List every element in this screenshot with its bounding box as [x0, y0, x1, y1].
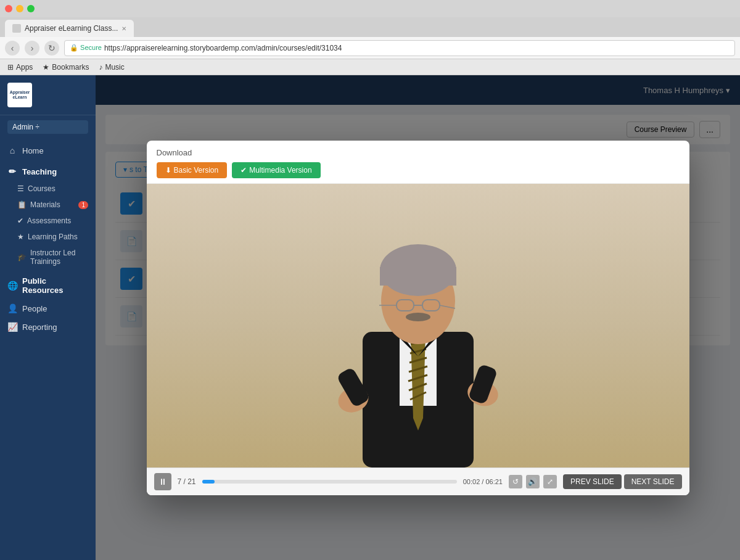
sidebar-item-learning-paths[interactable]: ★ Learning Paths	[0, 229, 96, 245]
tab-bar: Appraiser eLearning Class... ✕	[0, 17, 740, 37]
modal-title: Download	[157, 148, 680, 157]
modal-header: Download ⬇ Basic Version ✔ Multimedia Ve…	[147, 141, 689, 184]
address-bar: ‹ › ↻ 🔒 Secure https://appraiserelearnin…	[0, 37, 740, 59]
sidebar-item-teaching[interactable]: ✏ Teaching	[0, 162, 96, 181]
sidebar-item-assessments-label: Assessments	[27, 216, 71, 225]
time-total: 06:21	[485, 478, 503, 485]
sidebar-item-people-label: People	[22, 304, 47, 313]
sidebar-item-learning-paths-label: Learning Paths	[28, 233, 78, 241]
sidebar-item-home-label: Home	[22, 146, 44, 155]
logo-icon: AppraisereLearn	[7, 83, 32, 107]
sidebar: AppraisereLearn Admin ÷ ⌂ Home ✏ Teachin…	[0, 75, 96, 560]
main-content: Thomas H Humphreys ▾ Course Preview ... …	[96, 75, 740, 560]
maximize-window-button[interactable]	[27, 5, 35, 12]
slide-counter: 7 / 21	[178, 477, 196, 486]
progress-bar[interactable]	[202, 480, 457, 484]
admin-dropdown[interactable]: Admin ÷	[7, 120, 88, 134]
slide-nav-buttons: PREV SLIDE NEXT SLIDE	[563, 474, 682, 489]
bookmarks-bar: ⊞ Apps ★ Bookmarks ♪ Music	[0, 59, 740, 75]
back-button[interactable]: ‹	[5, 41, 20, 56]
sidebar-item-courses-label: Courses	[28, 184, 56, 193]
time-current: 00:02	[463, 478, 480, 485]
basic-version-button[interactable]: ⬇ Basic Version	[157, 162, 228, 178]
forward-button[interactable]: ›	[25, 41, 39, 56]
bookmark-bookmarks[interactable]: ★ Bookmarks	[43, 63, 89, 72]
time-display: 00:02 / 06:21	[463, 478, 503, 485]
people-icon: 👤	[7, 303, 17, 313]
reporting-icon: 📈	[7, 322, 17, 332]
sidebar-item-assessments[interactable]: ✔ Assessments	[0, 213, 96, 229]
minimize-window-button[interactable]	[16, 5, 23, 12]
download-buttons: ⬇ Basic Version ✔ Multimedia Version	[157, 162, 680, 178]
url-input[interactable]: 🔒 Secure https://appraiserelearning.stor…	[64, 40, 735, 56]
download-modal: Download ⬇ Basic Version ✔ Multimedia Ve…	[147, 141, 689, 495]
secure-icon: 🔒 Secure	[70, 44, 102, 52]
assessments-icon: ✔	[17, 216, 23, 225]
learning-paths-icon: ★	[17, 233, 24, 241]
teaching-icon: ✏	[7, 167, 17, 176]
bookmark-music[interactable]: ♪ Music	[99, 63, 124, 72]
sidebar-item-courses[interactable]: ☰ Courses	[0, 181, 96, 197]
materials-icon: 📋	[17, 200, 27, 209]
basic-version-label: Basic Version	[174, 166, 219, 175]
sidebar-item-home[interactable]: ⌂ Home	[0, 141, 96, 160]
materials-badge: 1	[78, 201, 88, 209]
pause-button[interactable]: ⏸	[154, 473, 171, 490]
multimedia-version-button[interactable]: ✔ Multimedia Version	[232, 162, 320, 178]
tab-close-button[interactable]: ✕	[121, 25, 126, 32]
browser-chrome: Appraiser eLearning Class... ✕ ‹ › ↻ 🔒 S…	[0, 0, 740, 75]
sidebar-item-public-resources[interactable]: 🌐 Public Resources	[0, 272, 96, 299]
sidebar-item-instructor-led[interactable]: 🎓 Instructor Led Trainings	[0, 245, 96, 270]
prev-slide-button[interactable]: PREV SLIDE	[563, 474, 622, 489]
logo-area: AppraisereLearn	[0, 75, 96, 115]
modal-overlay[interactable]: Download ⬇ Basic Version ✔ Multimedia Ve…	[96, 75, 740, 560]
download-icon: ⬇	[165, 166, 171, 175]
logo: AppraisereLearn	[7, 83, 88, 107]
sidebar-item-reporting-label: Reporting	[22, 323, 57, 332]
svg-rect-15	[380, 267, 456, 286]
presenter-figure	[264, 208, 572, 467]
nav-section: ⌂ Home ✏ Teaching ☰ Courses 📋 Materials …	[0, 139, 96, 339]
fullscreen-icon[interactable]: ⤢	[543, 475, 557, 488]
apps-label: Apps	[16, 63, 33, 72]
sidebar-item-people[interactable]: 👤 People	[0, 299, 96, 318]
home-icon: ⌂	[7, 146, 17, 155]
instructor-led-icon: 🎓	[17, 253, 27, 261]
progress-bar-fill	[202, 480, 215, 484]
next-slide-button[interactable]: NEXT SLIDE	[624, 474, 682, 489]
url-text: https://appraiserelearning.storyboardemp…	[104, 44, 342, 52]
video-area	[147, 184, 689, 467]
sidebar-item-reporting[interactable]: 📈 Reporting	[0, 318, 96, 336]
replay-icon[interactable]: ↺	[509, 475, 522, 488]
music-icon: ♪	[99, 63, 102, 72]
multimedia-version-label: Multimedia Version	[249, 166, 311, 175]
multimedia-icon: ✔	[240, 166, 247, 175]
public-resources-icon: 🌐	[7, 281, 17, 290]
bookmarks-icon: ★	[43, 63, 49, 72]
close-window-button[interactable]	[5, 5, 12, 12]
browser-tab[interactable]: Appraiser eLearning Class... ✕	[5, 20, 134, 37]
bookmarks-label: Bookmarks	[52, 63, 89, 72]
courses-icon: ☰	[17, 184, 24, 193]
tab-favicon	[12, 24, 21, 33]
sidebar-item-teaching-label: Teaching	[22, 167, 57, 176]
admin-label: Admin ÷	[12, 123, 39, 131]
svg-point-21	[406, 313, 430, 321]
apps-icon: ⊞	[7, 63, 14, 72]
sidebar-item-materials[interactable]: 📋 Materials 1	[0, 197, 96, 213]
refresh-button[interactable]: ↻	[44, 41, 59, 56]
sidebar-item-materials-label: Materials	[30, 200, 60, 209]
app-container: AppraisereLearn Admin ÷ ⌂ Home ✏ Teachin…	[0, 75, 740, 560]
titlebar	[0, 0, 740, 17]
control-icons: ↺ 🔊 ⤢	[509, 475, 557, 488]
sidebar-item-instructor-led-label: Instructor Led Trainings	[30, 249, 88, 266]
sidebar-item-public-resources-label: Public Resources	[22, 276, 88, 295]
bookmark-apps[interactable]: ⊞ Apps	[7, 63, 33, 72]
tab-title: Appraiser eLearning Class...	[25, 24, 118, 33]
volume-icon[interactable]: 🔊	[526, 475, 540, 488]
video-controls: ⏸ 7 / 21 00:02 / 06:21 ↺ 🔊 ⤢	[147, 467, 689, 495]
music-label: Music	[105, 63, 124, 72]
